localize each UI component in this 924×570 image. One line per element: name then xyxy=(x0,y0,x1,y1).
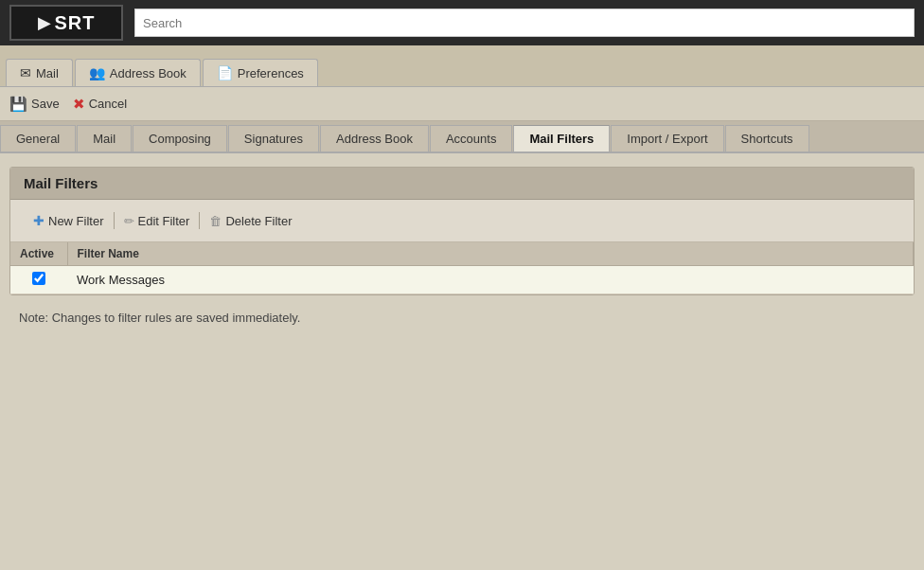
tab-shortcuts[interactable]: Shortcuts xyxy=(725,125,809,151)
tab-address-book[interactable]: Address Book xyxy=(320,125,429,151)
tab-signatures-label: Signatures xyxy=(244,132,303,146)
tab-address-book-label: Address Book xyxy=(336,132,413,146)
tab-accounts-label: Accounts xyxy=(446,132,496,146)
delete-filter-button[interactable]: 🗑 Delete Filter xyxy=(200,210,301,232)
mail-icon: ✉ xyxy=(20,65,31,80)
delete-filter-label: Delete Filter xyxy=(225,214,292,228)
edit-filter-label: Edit Filter xyxy=(138,214,190,228)
tab-composing[interactable]: Composing xyxy=(133,125,227,151)
settings-tabs: General Mail Composing Signatures Addres… xyxy=(0,121,924,153)
nav-tabs: ✉ Mail 👥 Address Book 📄 Preferences xyxy=(0,45,924,87)
filter-name-cell: Work Messages xyxy=(67,266,914,294)
preferences-icon: 📄 xyxy=(217,65,233,80)
tab-mail-filters[interactable]: Mail Filters xyxy=(513,125,610,151)
tab-mail-label: Mail xyxy=(93,132,116,146)
delete-filter-icon: 🗑 xyxy=(209,214,222,228)
tab-import-export[interactable]: Import / Export xyxy=(611,125,723,151)
cancel-label: Cancel xyxy=(89,97,127,111)
tab-mail-filters-label: Mail Filters xyxy=(529,132,594,146)
search-input[interactable] xyxy=(134,9,915,37)
save-button[interactable]: 💾 Save xyxy=(9,96,60,113)
nav-tab-preferences[interactable]: 📄 Preferences xyxy=(203,59,318,86)
filter-table-body: Work Messages xyxy=(10,266,914,294)
edit-filter-icon: ✏ xyxy=(124,214,134,228)
top-bar: ▶ SRT xyxy=(0,0,924,45)
tab-general-label: General xyxy=(16,132,60,146)
new-filter-icon: ✚ xyxy=(33,213,44,228)
nav-tab-address-book[interactable]: 👥 Address Book xyxy=(75,59,201,86)
filter-active-checkbox[interactable] xyxy=(32,272,45,285)
filter-actions: ✚ New Filter ✏ Edit Filter 🗑 Delete Filt… xyxy=(10,200,914,242)
nav-tab-mail-label: Mail xyxy=(36,66,59,80)
cancel-icon: ✖ xyxy=(73,96,85,113)
tab-shortcuts-label: Shortcuts xyxy=(741,132,793,146)
new-filter-button[interactable]: ✚ New Filter xyxy=(24,209,114,232)
logo-icon: ▶ xyxy=(38,12,51,33)
nav-tab-mail[interactable]: ✉ Mail xyxy=(6,59,73,86)
mail-filters-title: Mail Filters xyxy=(24,175,98,191)
table-row: Work Messages xyxy=(10,266,914,294)
tab-import-export-label: Import / Export xyxy=(627,132,707,146)
tab-signatures[interactable]: Signatures xyxy=(228,125,319,151)
mail-filters-header: Mail Filters xyxy=(10,168,914,200)
col-active: Active xyxy=(10,242,67,266)
address-book-icon: 👥 xyxy=(89,65,105,80)
tab-mail[interactable]: Mail xyxy=(77,125,132,151)
main-content: Mail Filters ✚ New Filter ✏ Edit Filter … xyxy=(0,153,924,347)
toolbar: 💾 Save ✖ Cancel xyxy=(0,87,924,121)
mail-filters-panel: Mail Filters ✚ New Filter ✏ Edit Filter … xyxy=(9,167,915,295)
note-text: Note: Changes to filter rules are saved … xyxy=(9,295,915,334)
cancel-button[interactable]: ✖ Cancel xyxy=(73,96,127,113)
nav-tab-address-book-label: Address Book xyxy=(110,66,187,80)
new-filter-label: New Filter xyxy=(48,214,104,228)
tab-general[interactable]: General xyxy=(0,125,76,151)
save-label: Save xyxy=(31,97,60,111)
filter-table-header-row: Active Filter Name xyxy=(10,242,914,266)
col-filter-name: Filter Name xyxy=(67,242,914,266)
tab-composing-label: Composing xyxy=(149,132,211,146)
logo-text: SRT xyxy=(55,12,96,34)
filter-table: Active Filter Name Work Messages xyxy=(10,242,914,294)
nav-tab-preferences-label: Preferences xyxy=(238,66,304,80)
logo: ▶ SRT xyxy=(9,5,123,41)
tab-accounts[interactable]: Accounts xyxy=(430,125,512,151)
note-content: Note: Changes to filter rules are saved … xyxy=(19,311,300,325)
filter-active-cell xyxy=(10,266,67,294)
save-icon: 💾 xyxy=(9,96,27,113)
edit-filter-button[interactable]: ✏ Edit Filter xyxy=(115,210,200,232)
